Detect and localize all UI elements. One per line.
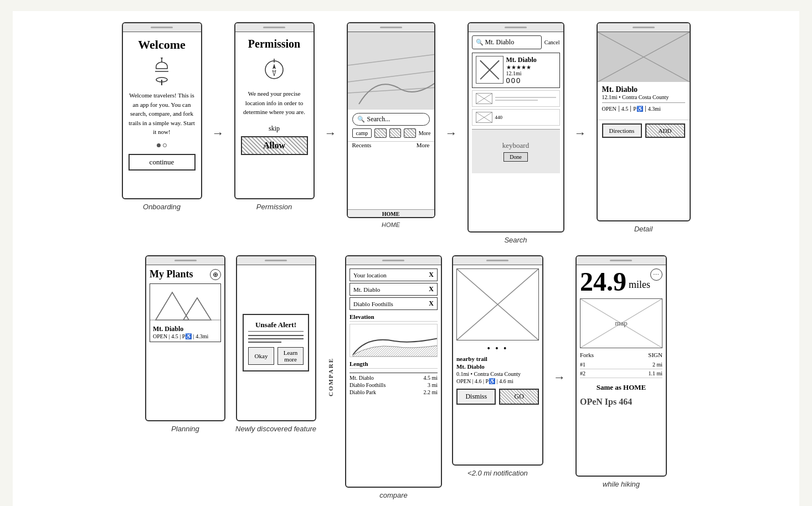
svg-line-9 [348, 54, 434, 65]
alert-lines [248, 335, 304, 343]
status-bar-2 [263, 27, 285, 28]
result-info-1: Mt. Diablo ★★★★★ 12.1mi 000 [506, 56, 556, 85]
compass-icon [263, 56, 285, 84]
hiking-map: map [580, 298, 662, 348]
result-placeholder-1 [472, 90, 560, 107]
same-as-home: Same as HOME [580, 383, 662, 393]
skip-button[interactable]: skip [269, 125, 280, 133]
allow-button[interactable]: Allow [241, 136, 308, 155]
trail-card[interactable]: Mt. Diablo OPEN | 4.5 | P♿ | 4.3mi [150, 283, 221, 342]
length-name-2: Diablo Foothills [350, 382, 386, 388]
detail-title: Mt. Diablo [602, 85, 685, 94]
search-result-1[interactable]: Mt. Diablo ★★★★★ 12.1mi 000 [472, 53, 560, 88]
status-bar-7 [265, 260, 287, 261]
result-dots: 000 [506, 76, 556, 85]
more-label: More [417, 142, 430, 148]
hiking-top-row: 24.9 miles ⋯ [580, 269, 662, 295]
filter-row: camp More [352, 128, 430, 138]
done-button[interactable]: Done [503, 152, 528, 162]
onboarding-body: Welcome travelers! This is an app for yo… [129, 91, 196, 137]
continue-button[interactable]: continue [129, 154, 196, 171]
tag-open: OPEN [602, 106, 619, 112]
loc-1-remove[interactable]: X [429, 271, 434, 279]
go-button[interactable]: GO [499, 389, 539, 405]
phone-header-home [348, 23, 434, 32]
cancel-button[interactable]: Cancel [544, 39, 560, 45]
permission-screen: Permission We need your precise location… [234, 22, 315, 211]
permission-body: We need your precise location info in or… [241, 89, 308, 117]
lamp-icon [151, 58, 173, 85]
home-screen: 🔍 Search... camp More Recents [347, 22, 435, 228]
row-2: My Plants ⊕ Mt. [24, 255, 788, 499]
hiking-label: while hiking [603, 480, 640, 488]
search-bar-row: 🔍 Mt. Diablo Cancel [472, 35, 560, 49]
length-val-2: 3 mi [428, 382, 438, 388]
length-row-2: Diablo Foothills 3 mi [350, 381, 438, 389]
dismiss-button[interactable]: Dismiss [456, 389, 496, 405]
loc-2-remove[interactable]: X [429, 285, 434, 293]
search-input[interactable]: 🔍 Mt. Diablo [472, 35, 542, 49]
forks-label: Forks [580, 352, 594, 358]
compare-frame: Your location X Mt. Diablo X Diablo Foot… [345, 255, 442, 488]
permission-frame: Permission We need your precise location… [234, 22, 315, 199]
add-button[interactable]: ADD [645, 123, 685, 138]
length-name-1: Mt. Diablo [350, 375, 374, 381]
compare-label: compare [379, 491, 408, 499]
permission-title: Permission [248, 38, 300, 50]
fork-2-val: 1.1 mi [648, 370, 662, 376]
tag-rating: 4.5 [621, 106, 631, 112]
filter-more: More [419, 130, 431, 136]
home-search-bar[interactable]: 🔍 Search... [352, 113, 430, 126]
keyboard-area: keyboard Done [472, 129, 560, 173]
okay-button[interactable]: Okay [248, 347, 274, 365]
status-bar-4 [505, 27, 527, 28]
map-sketch [348, 32, 434, 110]
status-bar-6 [174, 260, 197, 261]
onboarding-content: Welcome Welcome travelers! This is an ap… [123, 32, 201, 198]
filter-camp[interactable]: camp [352, 128, 372, 138]
more-options-icon[interactable]: ⋯ [650, 269, 662, 281]
filter-3[interactable] [389, 128, 402, 138]
recents-label: Recents [352, 142, 372, 148]
length-row-3: Diablo Park 2.2 mi [350, 389, 438, 396]
loc-3-remove[interactable]: X [429, 300, 434, 308]
filter-2[interactable] [374, 128, 387, 138]
status-bar-9 [486, 260, 508, 261]
fork-1-num: #1 [580, 362, 585, 368]
learn-more-button[interactable]: Learn more [277, 347, 304, 365]
alert-line-3 [248, 342, 281, 343]
planning-screen: My Plants ⊕ Mt. [145, 255, 225, 433]
svg-marker-7 [273, 64, 276, 69]
row-1: Welcome Welcome travelers! This is an ap… [24, 22, 788, 244]
length-val-1: 4.5 mi [423, 375, 438, 381]
directions-button[interactable]: Directions [602, 123, 642, 138]
notif-meta: OPEN | 4.6 | P♿ | 4.6 mi [456, 378, 539, 384]
notif-dots: • • • [456, 344, 539, 353]
detail-frame: Mt. Diablo 12.1mi • Contra Costa County … [597, 22, 691, 221]
detail-info: Mt. Diablo 12.1mi • Contra Costa County … [598, 82, 690, 120]
hiking-unit: miles [629, 279, 650, 295]
home-frame: 🔍 Search... camp More Recents [347, 22, 435, 218]
search-screen: 🔍 Mt. Diablo Cancel Mt. Diablo [467, 22, 564, 244]
filter-4[interactable] [404, 128, 416, 138]
trail-thumb [150, 284, 220, 323]
hiking-frame: 24.9 miles ⋯ map [575, 255, 667, 477]
svg-point-3 [161, 58, 163, 59]
search-frame: 🔍 Mt. Diablo Cancel Mt. Diablo [467, 22, 564, 233]
notification-label: <2.0 mi notification [467, 469, 528, 477]
result-extra-info: 440 [495, 115, 556, 120]
hiking-distance: 24.9 [580, 269, 626, 295]
alert-line-1 [248, 335, 304, 336]
settings-icon[interactable]: ⊕ [210, 269, 221, 280]
fork-2-row: #2 1.1 mi [580, 369, 662, 378]
notification-screen: • • • nearby trail Mt. Diablo 0.1mi • Co… [452, 255, 543, 477]
onboarding-dots [157, 143, 167, 147]
arrow-notif-to-hiking: → [553, 370, 566, 385]
planning-label: Planning [171, 425, 199, 433]
svg-marker-8 [273, 70, 276, 76]
compare-content: Your location X Mt. Diablo X Diablo Foot… [346, 265, 441, 487]
notification-content: • • • nearby trail Mt. Diablo 0.1mi • Co… [453, 265, 542, 464]
result-distance: 12.1mi [506, 70, 556, 76]
length-header [350, 371, 438, 373]
arrow-search-to-detail: → [574, 126, 587, 141]
